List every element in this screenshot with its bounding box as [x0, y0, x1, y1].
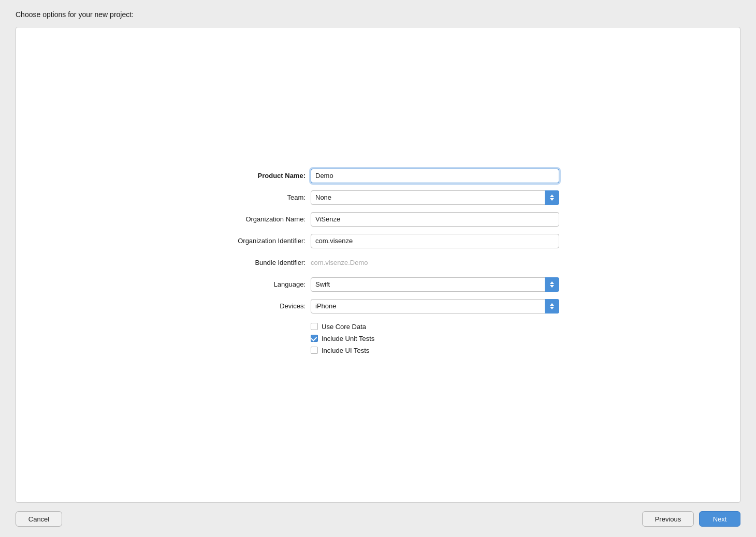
organization-name-input[interactable]	[311, 212, 559, 227]
main-panel: Product Name: Team: None Add an Account.…	[16, 27, 740, 503]
team-select-wrapper: None Add an Account...	[311, 190, 559, 205]
bottom-bar: Cancel Previous Next	[16, 503, 740, 527]
team-label: Team:	[197, 193, 311, 201]
include-ui-tests-label: Include UI Tests	[322, 347, 369, 354]
product-name-input[interactable]	[311, 169, 559, 183]
include-unit-tests-checkbox[interactable]	[311, 335, 318, 342]
include-ui-tests-row[interactable]: Include UI Tests	[311, 347, 374, 354]
previous-button[interactable]: Previous	[642, 511, 694, 527]
organization-identifier-label: Organization Identifier:	[197, 237, 311, 245]
language-row: Language: Swift Objective-C	[197, 277, 559, 292]
language-label: Language:	[197, 280, 311, 288]
page-title: Choose options for your new project:	[16, 10, 740, 19]
organization-identifier-input[interactable]	[311, 234, 559, 248]
language-select-wrapper: Swift Objective-C	[311, 277, 559, 292]
bundle-identifier-label: Bundle Identifier:	[197, 259, 311, 266]
devices-select-wrapper: iPhone iPad Universal	[311, 299, 559, 314]
devices-select[interactable]: iPhone iPad Universal	[311, 299, 559, 314]
language-select[interactable]: Swift Objective-C	[311, 277, 559, 292]
checkboxes-container: Use Core Data Include Unit Tests Include…	[311, 323, 374, 354]
team-row: Team: None Add an Account...	[197, 190, 559, 205]
form-container: Product Name: Team: None Add an Account.…	[197, 169, 559, 362]
include-unit-tests-row[interactable]: Include Unit Tests	[311, 335, 374, 342]
include-ui-tests-checkbox[interactable]	[311, 347, 318, 354]
next-button[interactable]: Next	[699, 511, 740, 527]
bundle-identifier-value: com.visenze.Demo	[311, 256, 559, 270]
use-core-data-row[interactable]: Use Core Data	[311, 323, 374, 331]
product-name-label: Product Name:	[197, 172, 311, 180]
cancel-button[interactable]: Cancel	[16, 511, 62, 527]
organization-identifier-row: Organization Identifier:	[197, 234, 559, 248]
organization-name-label: Organization Name:	[197, 215, 311, 223]
use-core-data-label: Use Core Data	[322, 323, 366, 331]
devices-row: Devices: iPhone iPad Universal	[197, 299, 559, 314]
product-name-row: Product Name:	[197, 169, 559, 183]
right-buttons: Previous Next	[642, 511, 740, 527]
team-select[interactable]: None Add an Account...	[311, 190, 559, 205]
devices-label: Devices:	[197, 302, 311, 310]
include-unit-tests-label: Include Unit Tests	[322, 335, 374, 342]
use-core-data-checkbox[interactable]	[311, 323, 318, 330]
checkboxes-row: Use Core Data Include Unit Tests Include…	[197, 321, 559, 354]
bundle-identifier-row: Bundle Identifier: com.visenze.Demo	[197, 256, 559, 270]
organization-name-row: Organization Name:	[197, 212, 559, 227]
